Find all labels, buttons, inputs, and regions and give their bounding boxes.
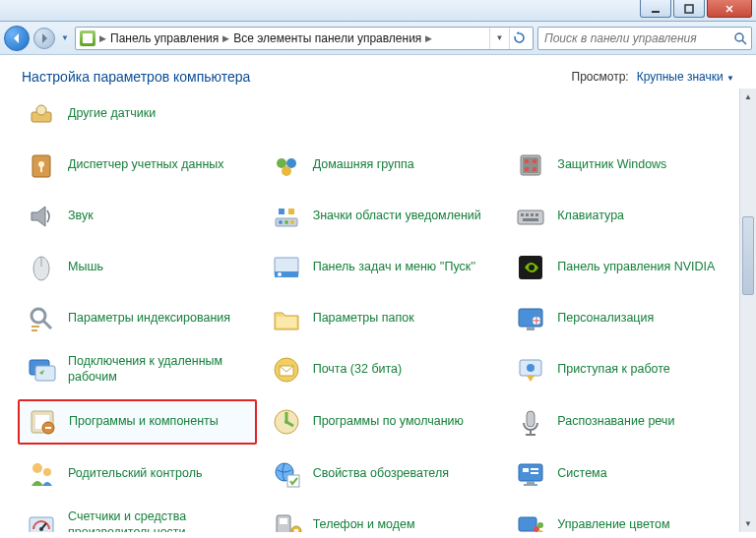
- personalize-icon: [514, 302, 547, 335]
- view-dropdown[interactable]: Крупные значки ▼: [637, 70, 734, 84]
- cp-item-label: Параметры папок: [313, 311, 414, 327]
- cp-item-personalize[interactable]: Персонализация: [507, 297, 746, 340]
- minimize-button[interactable]: [640, 0, 671, 18]
- cp-item-label: Программы по умолчанию: [313, 414, 464, 430]
- cp-item-defaults[interactable]: Программы по умолчанию: [263, 399, 502, 445]
- cp-item-folder[interactable]: Параметры папок: [263, 297, 502, 340]
- content-area: Другие датчикиДиспетчер учетных данныхДо…: [0, 89, 756, 532]
- cp-item-sensor[interactable]: Другие датчики: [18, 92, 257, 136]
- svg-rect-1: [685, 5, 693, 13]
- svg-point-2: [735, 33, 743, 41]
- scrollbar[interactable]: ▲ ▼: [739, 89, 756, 532]
- tray-icon: [270, 200, 303, 233]
- chevron-right-icon: ▶: [425, 33, 432, 43]
- address-dropdown[interactable]: ▼: [489, 28, 509, 49]
- cp-item-label: Домашняя группа: [313, 157, 414, 173]
- search-input[interactable]: [538, 31, 729, 45]
- cp-item-label: Значки области уведомлений: [313, 209, 481, 224]
- chevron-down-icon: ▼: [726, 74, 734, 83]
- cp-item-label: Клавиатура: [557, 209, 624, 224]
- taskbar-icon: [270, 251, 303, 284]
- cp-item-label: Телефон и модем: [313, 517, 415, 532]
- cp-item-tray[interactable]: Значки области уведомлений: [263, 195, 502, 238]
- cp-item-inetopt[interactable]: Свойства обозревателя: [263, 452, 502, 496]
- cp-item-parental[interactable]: Родительский контроль: [18, 452, 257, 496]
- defender-icon: [514, 149, 547, 182]
- refresh-button[interactable]: [509, 28, 529, 49]
- cp-item-label: Управление цветом: [557, 517, 669, 532]
- chevron-right-icon: ▶: [99, 33, 106, 43]
- remote-icon: [25, 353, 58, 387]
- cp-item-label: Система: [557, 466, 606, 482]
- cp-item-phone[interactable]: Телефон и модем: [263, 504, 502, 532]
- getstarted-icon: [514, 353, 547, 387]
- search-box[interactable]: [537, 27, 752, 50]
- folder-icon: [270, 302, 303, 335]
- speech-icon: [514, 405, 547, 439]
- close-button[interactable]: [707, 0, 752, 18]
- cp-item-label: Параметры индексирования: [68, 311, 230, 327]
- cp-item-label: Свойства обозревателя: [313, 466, 449, 482]
- view-label: Просмотр:: [572, 70, 629, 84]
- page-title: Настройка параметров компьютера: [22, 69, 250, 85]
- cp-item-speech[interactable]: Распознавание речи: [507, 399, 746, 445]
- cp-item-label: Программы и компоненты: [69, 414, 219, 430]
- system-icon: [514, 457, 547, 491]
- window-titlebar: [0, 0, 756, 22]
- cp-item-label: Приступая к работе: [557, 362, 669, 378]
- vault-icon: [25, 149, 58, 182]
- cp-item-remote[interactable]: Подключения к удаленным рабочим: [18, 348, 257, 391]
- cp-item-color[interactable]: Управление цветом: [507, 504, 746, 532]
- breadcrumb-segment[interactable]: Все элементы панели управления: [229, 31, 425, 45]
- cp-item-speaker[interactable]: Звук: [18, 195, 257, 238]
- cp-item-taskbar[interactable]: Панель задач и меню ''Пуск'': [263, 246, 502, 289]
- page-header: Настройка параметров компьютера Просмотр…: [0, 55, 756, 89]
- cp-item-label: Мышь: [68, 260, 103, 275]
- search-icon[interactable]: [729, 31, 751, 45]
- cp-item-label: Защитник Windows: [557, 157, 666, 173]
- scroll-down-button[interactable]: ▼: [740, 515, 756, 532]
- back-button[interactable]: [4, 26, 30, 51]
- cp-item-vault[interactable]: Диспетчер учетных данных: [18, 144, 257, 187]
- cp-item-label: Панель задач и меню ''Пуск'': [313, 260, 475, 275]
- cp-item-label: Звук: [68, 209, 94, 224]
- nvidia-icon: [514, 251, 547, 284]
- scroll-thumb[interactable]: [742, 216, 754, 295]
- navigation-bar: ▼ ▶ Панель управления ▶ Все элементы пан…: [0, 22, 756, 55]
- cp-item-mouse[interactable]: Мышь: [18, 246, 257, 289]
- cp-item-perf[interactable]: Счетчики и средства производительности: [18, 504, 257, 532]
- breadcrumb-segment[interactable]: Панель управления: [106, 31, 222, 45]
- cp-item-label: Панель управления NVIDIA: [557, 260, 715, 275]
- cp-item-mail[interactable]: Почта (32 бита): [263, 348, 502, 391]
- inetopt-icon: [270, 457, 303, 491]
- view-control: Просмотр: Крупные значки ▼: [572, 70, 734, 84]
- cp-item-label: Диспетчер учетных данных: [68, 157, 224, 173]
- cp-item-defender[interactable]: Защитник Windows: [507, 144, 746, 187]
- mail-icon: [270, 353, 303, 387]
- cp-item-nvidia[interactable]: Панель управления NVIDIA: [507, 246, 746, 289]
- maximize-button[interactable]: [673, 0, 705, 18]
- cp-item-label: Другие датчики: [68, 106, 156, 122]
- cp-item-getstarted[interactable]: Приступая к работе: [507, 348, 746, 391]
- keyboard-icon: [514, 200, 547, 233]
- address-bar[interactable]: ▶ Панель управления ▶ Все элементы панел…: [75, 27, 534, 50]
- cp-item-programs[interactable]: Программы и компоненты: [18, 399, 257, 445]
- homegroup-icon: [270, 149, 303, 182]
- cp-item-index[interactable]: Параметры индексирования: [18, 297, 257, 340]
- scroll-up-button[interactable]: ▲: [740, 89, 756, 105]
- cp-item-label: Подключения к удаленным рабочим: [68, 354, 250, 385]
- cp-item-system[interactable]: Система: [507, 452, 746, 496]
- svg-rect-0: [652, 11, 660, 13]
- control-panel-icon: [80, 30, 95, 46]
- phone-icon: [270, 508, 303, 532]
- perf-icon: [25, 508, 58, 532]
- chevron-right-icon: ▶: [222, 33, 229, 43]
- history-dropdown[interactable]: ▼: [59, 26, 71, 51]
- color-icon: [514, 508, 547, 532]
- window-controls: [640, 0, 752, 18]
- cp-item-homegroup[interactable]: Домашняя группа: [263, 144, 502, 187]
- forward-button[interactable]: [33, 28, 55, 49]
- cp-item-keyboard[interactable]: Клавиатура: [507, 195, 746, 238]
- mouse-icon: [25, 251, 58, 284]
- index-icon: [25, 302, 58, 335]
